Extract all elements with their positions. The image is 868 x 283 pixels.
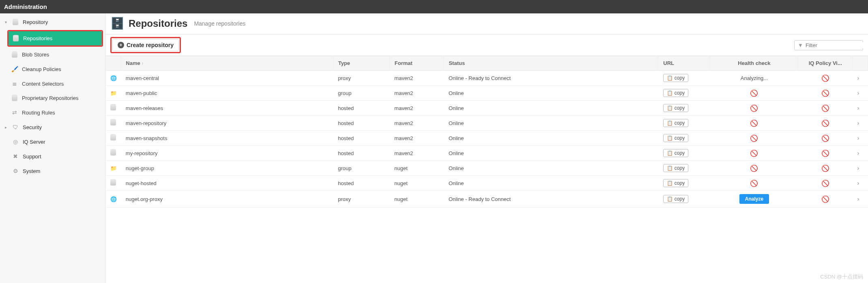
column-expand	[853, 56, 868, 71]
copy-url-button[interactable]: 📋copy	[663, 74, 688, 82]
row-type-icon: 🌐	[105, 71, 121, 86]
admin-bar: Administration	[0, 0, 868, 13]
table-row[interactable]: my-repositoryhostedmaven2Online📋copy🚫🚫›	[105, 146, 868, 161]
table-row[interactable]: 🌐nuget.org-proxyproxynugetOnline - Ready…	[105, 191, 868, 207]
cell-expand[interactable]: ›	[853, 131, 868, 146]
column-name[interactable]: Name↑	[121, 56, 333, 71]
sidebar-item-cleanup-policies[interactable]: 🖌️Cleanup Policies	[0, 62, 105, 76]
no-entry-icon: 🚫	[750, 120, 758, 127]
page-header: 🗄️ Repositories Manage repositories	[105, 13, 868, 35]
page-subtitle: Manage repositories	[194, 20, 245, 27]
sidebar-item-proprietary-repositories[interactable]: Proprietary Repositories	[0, 91, 105, 105]
cell-format: nuget	[389, 161, 444, 176]
cell-expand[interactable]: ›	[853, 116, 868, 131]
chevron-right-icon: ›	[857, 196, 859, 202]
cell-url: 📋copy	[658, 101, 710, 116]
shield-icon: 🛡	[12, 124, 19, 130]
sidebar-item-support[interactable]: ✖Support	[0, 149, 105, 164]
cell-status: Online	[444, 161, 658, 176]
clipboard-icon: 📋	[667, 150, 673, 156]
table-row[interactable]: 🌐maven-centralproxymaven2Online - Ready …	[105, 71, 868, 86]
sidebar-item-label: IQ Server	[23, 139, 45, 145]
copy-url-button[interactable]: 📋copy	[663, 149, 688, 157]
copy-url-button[interactable]: 📋copy	[663, 104, 688, 112]
filter-box[interactable]: ▼	[794, 40, 863, 50]
copy-url-button[interactable]: 📋copy	[663, 179, 688, 187]
table-body: 🌐maven-centralproxymaven2Online - Ready …	[105, 71, 868, 207]
sidebar-item-repositories[interactable]: Repositories	[9, 31, 102, 45]
cell-url: 📋copy	[658, 146, 710, 161]
layers-icon: ≣	[11, 80, 18, 87]
no-entry-icon: 🚫	[750, 135, 758, 142]
cell-url: 📋copy	[658, 176, 710, 191]
column-url[interactable]: URL	[658, 56, 710, 71]
cell-name: nuget.org-proxy	[121, 191, 333, 207]
cell-url: 📋copy	[658, 86, 710, 101]
cell-iq: 🚫	[798, 161, 853, 176]
column-icon	[105, 56, 121, 71]
column-status[interactable]: Status	[444, 56, 658, 71]
cell-health: 🚫	[710, 176, 798, 191]
table-row[interactable]: maven-repositoryhostedmaven2Online📋copy🚫…	[105, 116, 868, 131]
copy-url-button[interactable]: 📋copy	[663, 119, 688, 127]
sidebar-item-system[interactable]: ⚙System	[0, 164, 105, 178]
sidebar-item-security[interactable]: ▸🛡Security	[0, 120, 105, 134]
watermark: CSDN @十点摆码	[820, 273, 863, 281]
column-iq[interactable]: IQ Policy Vi...	[798, 56, 853, 71]
chevron-right-icon: ›	[857, 180, 859, 186]
column-format[interactable]: Format	[389, 56, 444, 71]
column-health[interactable]: Health check	[710, 56, 798, 71]
iq-icon: ◎	[12, 138, 19, 145]
clipboard-icon: 📋	[667, 135, 673, 141]
copy-url-button[interactable]: 📋copy	[663, 89, 688, 97]
table-row[interactable]: 📁nuget-groupgroupnugetOnline📋copy🚫🚫›	[105, 161, 868, 176]
cell-expand[interactable]: ›	[853, 146, 868, 161]
filter-input[interactable]	[806, 42, 868, 48]
table-row[interactable]: maven-releaseshostedmaven2Online📋copy🚫🚫›	[105, 101, 868, 116]
copy-url-button[interactable]: 📋copy	[663, 195, 688, 203]
cell-iq: 🚫	[798, 86, 853, 101]
cell-health: 🚫	[710, 101, 798, 116]
cell-name: my-repository	[121, 146, 333, 161]
db-icon	[11, 52, 18, 58]
cell-health: 🚫	[710, 131, 798, 146]
no-entry-icon: 🚫	[821, 165, 829, 172]
cell-iq: 🚫	[798, 131, 853, 146]
row-type-icon: 📁	[105, 161, 121, 176]
clipboard-icon: 📋	[667, 105, 673, 111]
sidebar-item-blob-stores[interactable]: Blob Stores	[0, 48, 105, 62]
copy-url-button[interactable]: 📋copy	[663, 164, 688, 172]
cell-iq: 🚫	[798, 71, 853, 86]
cell-format: maven2	[389, 71, 444, 86]
cell-expand[interactable]: ›	[853, 101, 868, 116]
gear-icon: ⚙	[12, 168, 19, 174]
table-row[interactable]: nuget-hostedhostednugetOnline📋copy🚫🚫›	[105, 176, 868, 191]
table-row[interactable]: 📁maven-publicgroupmaven2Online📋copy🚫🚫›	[105, 86, 868, 101]
cell-expand[interactable]: ›	[853, 161, 868, 176]
cell-type: group	[333, 161, 389, 176]
table-header: Name↑ Type Format Status URL Health chec…	[105, 56, 868, 71]
cell-expand[interactable]: ›	[853, 176, 868, 191]
rules-icon: ⇄	[11, 109, 18, 116]
cell-iq: 🚫	[798, 146, 853, 161]
create-repository-button[interactable]: + Create repository	[112, 39, 179, 51]
sidebar-item-iq-server[interactable]: ◎IQ Server	[0, 134, 105, 149]
cell-status: Online	[444, 176, 658, 191]
clipboard-icon: 📋	[667, 120, 673, 126]
no-entry-icon: 🚫	[750, 90, 758, 97]
cell-expand[interactable]: ›	[853, 71, 868, 86]
caret-icon: ▾	[5, 20, 8, 24]
chevron-right-icon: ›	[857, 75, 859, 81]
copy-url-button[interactable]: 📋copy	[663, 134, 688, 142]
cell-name: maven-repository	[121, 116, 333, 131]
cell-expand[interactable]: ›	[853, 86, 868, 101]
sidebar-item-routing-rules[interactable]: ⇄Routing Rules	[0, 105, 105, 120]
no-entry-icon: 🚫	[821, 150, 829, 157]
sidebar-item-repository[interactable]: ▾Repository	[0, 15, 105, 29]
column-type[interactable]: Type	[333, 56, 389, 71]
sidebar-item-content-selectors[interactable]: ≣Content Selectors	[0, 76, 105, 91]
cell-expand[interactable]: ›	[853, 191, 868, 207]
analyze-button[interactable]: Analyze	[739, 194, 769, 204]
table-row[interactable]: maven-snapshotshostedmaven2Online📋copy🚫🚫…	[105, 131, 868, 146]
cell-status: Online - Ready to Connect	[444, 71, 658, 86]
